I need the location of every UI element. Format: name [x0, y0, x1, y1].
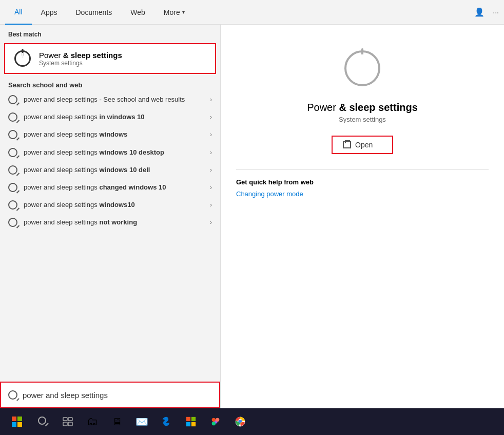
tab-documents[interactable]: Documents — [66, 0, 121, 25]
task-view-icon — [63, 417, 73, 427]
chrome-icon — [235, 416, 246, 427]
best-match-text: Power & sleep settings System settings — [39, 51, 122, 67]
tab-more[interactable]: More ▾ — [154, 0, 194, 25]
taskbar-search-button[interactable] — [32, 410, 54, 433]
chevron-right-icon: › — [210, 166, 212, 174]
app-power-icon — [344, 50, 380, 86]
person-icon[interactable]: 👤 — [474, 7, 484, 17]
result-text-6: power and sleep settings changed windows… — [24, 183, 206, 192]
tab-web[interactable]: Web — [121, 0, 154, 25]
search-bar — [0, 382, 220, 408]
help-section: Get quick help from web Changing power m… — [236, 169, 489, 198]
svg-rect-7 — [68, 422, 72, 426]
taskbar-task-view-button[interactable] — [56, 410, 79, 433]
search-icon — [8, 112, 17, 122]
taskbar: 🗂 🖥 ✉️ — [0, 408, 504, 435]
power-icon — [13, 49, 32, 68]
search-icon — [8, 200, 17, 210]
store-icon — [185, 416, 197, 427]
app-title: Power & sleep settings — [307, 102, 418, 114]
window-icon — [343, 141, 351, 148]
chevron-right-icon: › — [210, 219, 212, 226]
search-result-1[interactable]: power and sleep settings - See school an… — [0, 91, 220, 108]
chevron-right-icon: › — [210, 131, 212, 138]
web-section-label: Search school and web — [0, 76, 220, 91]
search-result-2[interactable]: power and sleep settings in windows 10 › — [0, 108, 220, 126]
search-bar-icon — [8, 390, 17, 400]
taskbar-store-button[interactable] — [180, 410, 202, 433]
nav-actions: 👤 ··· — [474, 7, 499, 17]
search-icon — [8, 218, 17, 227]
svg-rect-9 — [191, 417, 196, 421]
taskbar-mail-button[interactable]: ✉️ — [130, 410, 153, 433]
svg-rect-14 — [216, 418, 219, 422]
best-match-subtitle: System settings — [39, 60, 122, 67]
taskbar-explorer-button[interactable]: 🗂 — [81, 410, 104, 433]
chevron-right-icon: › — [210, 96, 212, 103]
search-icon — [8, 148, 17, 157]
best-match-title: Power & sleep settings — [39, 51, 122, 60]
right-panel: Power & sleep settings System settings O… — [221, 25, 504, 408]
chevron-right-icon: › — [210, 184, 212, 191]
svg-rect-15 — [212, 422, 216, 425]
result-text-2: power and sleep settings in windows 10 — [24, 112, 206, 122]
svg-rect-3 — [17, 422, 22, 427]
chevron-right-icon: › — [210, 149, 212, 156]
result-text-3: power and sleep settings windows — [24, 130, 206, 139]
result-text-8: power and sleep settings not working — [24, 218, 206, 227]
app-subtitle: System settings — [339, 116, 386, 123]
taskbar-figma-button[interactable] — [204, 410, 227, 433]
more-options-icon[interactable]: ··· — [493, 8, 499, 16]
best-match-item[interactable]: Power & sleep settings System settings — [4, 43, 216, 74]
open-button[interactable]: Open — [332, 136, 393, 154]
taskbar-browser2-button[interactable]: 🖥 — [106, 410, 128, 433]
svg-rect-8 — [186, 417, 190, 421]
search-icon — [8, 130, 17, 139]
power-symbol — [14, 50, 31, 67]
search-icon — [8, 95, 17, 104]
taskbar-edge-button[interactable] — [155, 410, 178, 433]
svg-rect-0 — [12, 417, 16, 421]
tab-all[interactable]: All — [5, 0, 32, 25]
chevron-right-icon: › — [210, 114, 212, 121]
result-text-5: power and sleep settings windows 10 dell — [24, 165, 206, 175]
search-result-3[interactable]: power and sleep settings windows › — [0, 126, 220, 143]
result-text-1: power and sleep settings - See school an… — [24, 95, 206, 104]
search-result-5[interactable]: power and sleep settings windows 10 dell… — [0, 161, 220, 179]
chevron-down-icon: ▾ — [182, 9, 185, 15]
result-text-7: power and sleep settings windows10 — [24, 200, 206, 210]
search-input[interactable] — [23, 391, 212, 400]
search-result-4[interactable]: power and sleep settings windows 10 desk… — [0, 144, 220, 161]
windows-logo-icon — [12, 417, 22, 427]
best-match-label: Best match — [0, 25, 220, 41]
svg-rect-1 — [17, 417, 22, 421]
windows-start-button[interactable] — [4, 410, 30, 433]
app-icon-container — [339, 45, 385, 91]
search-result-8[interactable]: power and sleep settings not working › — [0, 214, 220, 231]
svg-rect-5 — [68, 418, 72, 421]
taskbar-chrome-button[interactable] — [229, 410, 251, 433]
svg-rect-6 — [63, 422, 67, 426]
svg-rect-13 — [212, 418, 216, 422]
svg-rect-11 — [191, 422, 196, 426]
chevron-right-icon: › — [210, 201, 212, 209]
svg-rect-4 — [63, 418, 67, 421]
figma-icon — [210, 416, 221, 427]
left-panel: Best match Power & sleep settings System… — [0, 25, 221, 408]
main-content: Best match Power & sleep settings System… — [0, 25, 504, 408]
tab-apps[interactable]: Apps — [32, 0, 67, 25]
search-icon — [8, 165, 17, 175]
search-icon — [8, 183, 17, 192]
svg-rect-2 — [12, 422, 16, 427]
help-link[interactable]: Changing power mode — [236, 190, 489, 198]
edge-icon — [161, 416, 172, 427]
search-result-7[interactable]: power and sleep settings windows10 › — [0, 196, 220, 214]
top-navigation: All Apps Documents Web More ▾ 👤 ··· — [0, 0, 504, 25]
search-result-6[interactable]: power and sleep settings changed windows… — [0, 179, 220, 196]
svg-rect-10 — [186, 422, 190, 426]
help-title: Get quick help from web — [236, 178, 489, 186]
result-text-4: power and sleep settings windows 10 desk… — [24, 148, 206, 157]
